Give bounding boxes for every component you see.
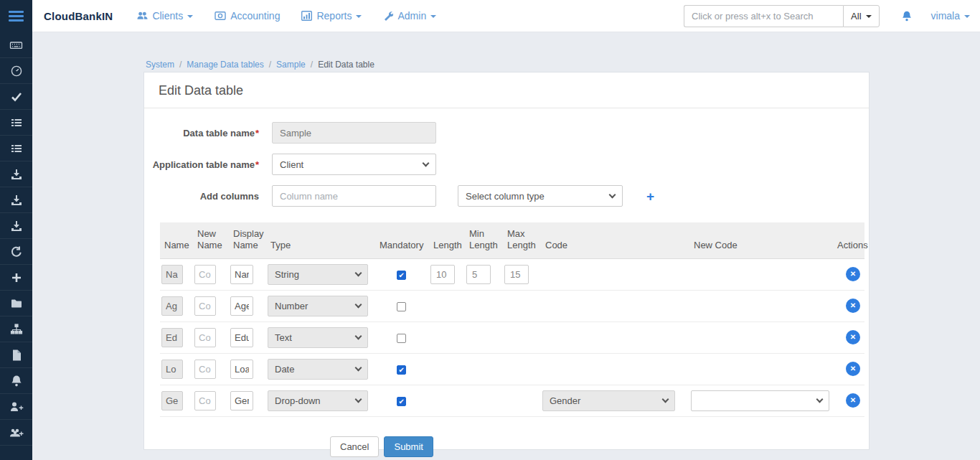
breadcrumb-current: Edit Data table	[318, 60, 374, 70]
breadcrumb-system[interactable]: System	[146, 60, 174, 70]
notifications-button[interactable]	[901, 10, 913, 22]
max-length-input[interactable]	[504, 265, 529, 284]
check-icon	[10, 90, 23, 103]
display-name-input[interactable]	[230, 265, 253, 284]
mandatory-checkbox[interactable]	[397, 334, 406, 343]
name-input	[161, 265, 183, 284]
breadcrumb: System/Manage Data tables/Sample/Edit Da…	[146, 60, 374, 70]
folder-icon	[10, 297, 23, 310]
display-name-input[interactable]	[230, 296, 253, 316]
list-alt-icon	[10, 142, 23, 155]
cancel-button[interactable]: Cancel	[330, 436, 379, 457]
new-code-select[interactable]	[691, 390, 829, 411]
table-row: Drop-down Gender	[160, 385, 864, 416]
col-header-display-name: Display Name	[229, 222, 266, 258]
column-name-input[interactable]	[272, 185, 436, 207]
breadcrumb-manage-data-tables[interactable]: Manage Data tables	[187, 60, 263, 70]
mandatory-checkbox[interactable]	[397, 365, 406, 375]
breadcrumb-sample[interactable]: Sample	[276, 60, 306, 70]
delete-row-button[interactable]	[846, 299, 860, 313]
display-name-input[interactable]	[230, 328, 253, 347]
sidebar-item-documents[interactable]	[0, 342, 32, 368]
new-name-input[interactable]	[194, 391, 216, 410]
sidebar-item-add[interactable]	[0, 265, 32, 291]
left-sidebar	[0, 32, 32, 460]
display-name-input[interactable]	[230, 360, 253, 379]
global-search: All	[684, 5, 879, 27]
length-input[interactable]	[430, 265, 455, 284]
bell-icon	[901, 10, 913, 22]
delete-row-button[interactable]	[846, 362, 860, 376]
delete-row-button[interactable]	[846, 267, 860, 281]
download-icon	[10, 168, 23, 181]
sidebar-item-folder[interactable]	[0, 291, 32, 316]
table-row: Text	[160, 321, 864, 353]
new-name-input[interactable]	[194, 296, 216, 316]
users-icon	[137, 11, 148, 21]
chevron-down-icon	[609, 191, 616, 198]
user-menu[interactable]: vimala	[931, 10, 970, 22]
sidebar-item-notifications[interactable]	[0, 368, 32, 394]
table-row: Date	[160, 353, 864, 385]
chevron-down-icon	[187, 15, 193, 18]
main-content: System/Manage Data tables/Sample/Edit Da…	[32, 32, 980, 460]
sidebar-item-keyboard[interactable]	[0, 32, 32, 58]
mandatory-checkbox[interactable]	[397, 271, 406, 280]
hamburger-icon	[9, 9, 24, 24]
new-name-input[interactable]	[194, 265, 216, 284]
add-column-button[interactable]: +	[646, 189, 654, 203]
type-select: Text	[268, 327, 368, 348]
col-header-min-length: Min Length	[465, 222, 503, 258]
sidebar-item-add-user[interactable]	[0, 394, 32, 420]
columns-table: Name New Name Display Name Type Mandator…	[160, 222, 864, 417]
col-header-code: Code	[541, 222, 689, 258]
table-row: String	[160, 258, 864, 290]
sidebar-item-refresh[interactable]	[0, 239, 32, 265]
col-header-new-name: New Name	[193, 222, 229, 258]
add-columns-label: Add columns	[144, 191, 259, 202]
table-header-row: Name New Name Display Name Type Mandator…	[160, 222, 864, 258]
nav-admin[interactable]: Admin	[383, 10, 436, 22]
sidebar-item-import-1[interactable]	[0, 161, 32, 187]
download-icon	[10, 194, 23, 207]
application-table-select[interactable]: Client	[272, 154, 436, 175]
search-scope-button[interactable]: All	[843, 5, 879, 27]
delete-row-button[interactable]	[846, 330, 860, 344]
wrench-icon	[383, 11, 393, 21]
nav-clients[interactable]: Clients	[137, 10, 193, 22]
sidebar-item-dashboard[interactable]	[0, 58, 32, 84]
sidebar-item-list-1[interactable]	[0, 110, 32, 136]
nav-accounting[interactable]: Accounting	[215, 10, 280, 22]
sidebar-item-list-2[interactable]	[0, 136, 32, 161]
col-header-max-length: Max Length	[503, 222, 541, 258]
keyboard-icon	[9, 39, 23, 52]
list-icon	[10, 116, 23, 129]
page-title: Edit Data table	[144, 72, 869, 108]
chevron-down-icon	[866, 15, 872, 18]
sidebar-toggle-button[interactable]	[0, 0, 32, 32]
bar-chart-icon	[301, 11, 312, 21]
submit-button[interactable]: Submit	[384, 436, 433, 457]
nav-reports[interactable]: Reports	[301, 10, 362, 22]
users-plus-icon	[9, 426, 24, 439]
code-select: Gender	[542, 390, 675, 411]
display-name-input[interactable]	[230, 391, 253, 410]
user-plus-icon	[9, 400, 24, 413]
min-length-input[interactable]	[466, 265, 491, 284]
mandatory-checkbox[interactable]	[397, 302, 406, 311]
sidebar-item-add-group[interactable]	[0, 420, 32, 446]
sidebar-item-hierarchy[interactable]	[0, 316, 32, 342]
edit-data-table-panel: Edit Data table Data table name* Applica…	[143, 72, 870, 450]
column-type-select[interactable]: Select column type	[458, 185, 623, 207]
new-name-input[interactable]	[194, 360, 216, 379]
delete-row-button[interactable]	[846, 393, 860, 408]
accounting-icon	[215, 11, 226, 21]
sidebar-item-approvals[interactable]	[0, 84, 32, 110]
sidebar-item-import-2[interactable]	[0, 187, 32, 213]
search-input[interactable]	[684, 5, 843, 27]
chevron-down-icon	[964, 15, 970, 18]
name-input	[161, 328, 183, 347]
new-name-input[interactable]	[194, 328, 216, 347]
sidebar-item-import-3[interactable]	[0, 213, 32, 239]
mandatory-checkbox[interactable]	[397, 397, 406, 406]
